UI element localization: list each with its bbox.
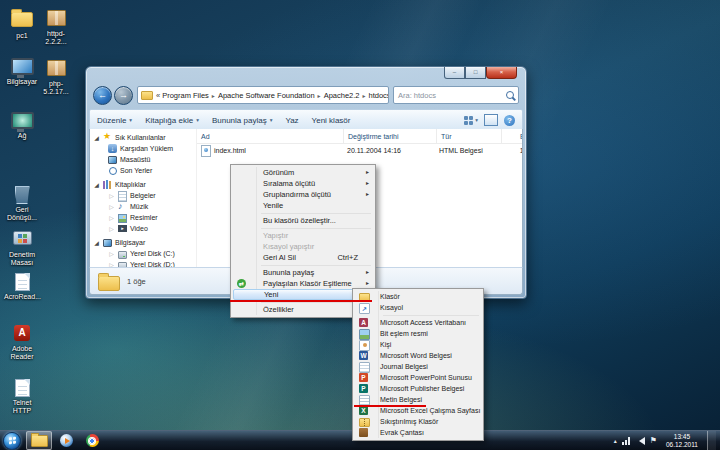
menu-item-bununla-paylas[interactable]: Bununla paylaş (233, 267, 373, 278)
sidebar-item-pictures[interactable]: Resimler (90, 212, 196, 223)
desktop-icon-recycle-bin[interactable]: Geri Dönüşü... (4, 186, 40, 222)
submenu-item-access[interactable]: Microsoft Access Veritabanı (355, 317, 481, 328)
desktop-icon-php[interactable]: php-5.2.17... (38, 58, 74, 96)
maximize-button[interactable]: □ (465, 67, 486, 79)
desktop-icon-bilgisayar[interactable]: Bilgisayar (4, 58, 40, 86)
menu-separator (383, 315, 479, 316)
close-button[interactable]: × (486, 67, 517, 79)
expander-icon[interactable] (108, 250, 115, 257)
forward-button[interactable]: → (114, 86, 133, 105)
menu-item-yenile[interactable]: Yenile (233, 200, 373, 211)
column-header-type[interactable]: Tür (437, 129, 502, 143)
desktop-icon-httpd[interactable]: httpd-2.2.2... (38, 8, 74, 46)
desktop-icon-label: AcroRead... (4, 293, 40, 301)
expander-icon[interactable] (93, 239, 100, 246)
sidebar-label: Belgeler (130, 192, 156, 199)
submenu-item-metin-belgesi[interactable]: Metin Belgesi (355, 394, 481, 405)
menu-item-label: Microsoft Access Veritabanı (380, 319, 466, 326)
minimize-button[interactable]: – (444, 67, 465, 79)
desktop-icon-label: Telnet HTTP (4, 399, 40, 415)
sidebar-item-video[interactable]: Video (90, 223, 196, 234)
menu-item-geri-al-sil[interactable]: Geri Al Sil Ctrl+Z (233, 252, 373, 263)
action-center-flag-icon[interactable]: ⚑ (650, 437, 657, 445)
column-header-size[interactable]: Boyut (502, 129, 523, 143)
expander-icon[interactable] (93, 134, 100, 141)
breadcrumb-segment[interactable]: Program Files (162, 91, 218, 100)
toolbar-kitapliga-ekle[interactable]: Kitaplığa ekle (145, 116, 199, 125)
menu-item-ozellestir[interactable]: Bu klasörü özelleştir... (233, 215, 373, 226)
expander-icon[interactable] (108, 203, 115, 210)
sidebar-label: Kitaplıklar (115, 181, 146, 188)
breadcrumb-segment[interactable]: Apache2.2 (324, 91, 369, 100)
preview-pane-button[interactable] (484, 114, 498, 126)
sidebar-item-disk-c[interactable]: Yerel Disk (C:) (90, 248, 196, 259)
sidebar-item-music[interactable]: Müzik (90, 201, 196, 212)
menu-separator (261, 213, 371, 214)
network-icon (11, 112, 34, 129)
menu-item-gruplandirma[interactable]: Gruplandırma ölçütü (233, 189, 373, 200)
help-icon[interactable]: ? (504, 115, 515, 126)
change-view-button[interactable] (464, 116, 478, 125)
file-row-index-html[interactable]: index.html 20.11.2004 14:16 HTML Belgesi… (197, 144, 523, 157)
expander-icon[interactable] (108, 225, 115, 232)
submenu-item-klasor[interactable]: Klasör (355, 291, 481, 302)
desktop-icon-label: Denetim Masası (4, 251, 40, 267)
sidebar-item-downloads[interactable]: Karşıdan Yüklem (90, 143, 196, 154)
breadcrumb-overflow[interactable]: « (156, 91, 160, 100)
clock-icon (109, 167, 117, 175)
submenu-item-journal[interactable]: Journal Belgesi (355, 361, 481, 372)
toolbar-yeni-klasor[interactable]: Yeni klasör (312, 116, 351, 125)
back-button[interactable]: ← (93, 86, 112, 105)
sidebar-group-computer[interactable]: Bilgisayar (90, 237, 196, 248)
submenu-item-kisayol[interactable]: Kısayol (355, 302, 481, 313)
submenu-item-kisi[interactable]: Kişi (355, 339, 481, 350)
breadcrumb-segment[interactable]: htdocs (369, 91, 389, 100)
submenu-item-evrak-cantasi[interactable]: Evrak Çantası (355, 427, 481, 438)
toolbar-duzenle[interactable]: Düzenle (97, 116, 132, 125)
expander-icon[interactable] (93, 181, 100, 188)
breadcrumb[interactable]: « Program Files Apache Software Foundati… (137, 86, 389, 104)
start-button[interactable] (3, 432, 21, 450)
desktop-icon-ag[interactable]: Ağ (4, 112, 40, 140)
menu-item-gorunum[interactable]: Görünüm (233, 167, 373, 178)
submenu-item-zip[interactable]: Sıkıştırılmış Klasör (355, 416, 481, 427)
excel-icon (359, 406, 368, 415)
column-header-modified[interactable]: Değiştirme tarihi (344, 129, 437, 143)
column-header-name[interactable]: Ad (197, 129, 344, 143)
desktop-icon-label: php-5.2.17... (38, 80, 74, 96)
desktop-icon-acroread[interactable]: AcroRead... (4, 272, 40, 301)
search-input[interactable]: Ara: htdocs (393, 86, 519, 104)
menu-item-siralama[interactable]: Sıralama ölçütü (233, 178, 373, 189)
breadcrumb-segment[interactable]: Apache Software Foundation (218, 91, 324, 100)
expander-icon[interactable] (108, 214, 115, 221)
desktop-icon-pc1[interactable]: pc1 (4, 8, 40, 40)
submenu-item-powerpoint[interactable]: Microsoft PowerPoint Sunusu (355, 372, 481, 383)
expander-icon[interactable] (108, 192, 115, 199)
desktop-icon-control-panel[interactable]: Denetim Masası (4, 228, 40, 267)
sidebar-item-documents[interactable]: Belgeler (90, 190, 196, 201)
taskbar-explorer-button[interactable] (26, 431, 52, 450)
sidebar-group-favorites[interactable]: Sık Kullanılanlar (90, 132, 196, 143)
navigation-bar: ← → « Program Files Apache Software Foun… (93, 84, 519, 106)
network-icon[interactable] (622, 437, 630, 445)
desktop-icon-label: httpd-2.2.2... (38, 30, 74, 46)
sidebar-group-libraries[interactable]: Kitaplıklar (90, 179, 196, 190)
volume-icon[interactable] (635, 437, 645, 445)
submenu-item-publisher[interactable]: Microsoft Publisher Belgesi (355, 383, 481, 394)
sidebar-item-recent[interactable]: Son Yerler (90, 165, 196, 176)
submenu-item-word[interactable]: Microsoft Word Belgesi (355, 350, 481, 361)
show-desktop-button[interactable] (707, 431, 716, 450)
sidebar-label: Bilgisayar (115, 239, 145, 246)
taskbar-browser-button[interactable] (80, 432, 104, 449)
taskbar-clock[interactable]: 13:45 06.12.2011 (662, 433, 702, 449)
menu-item-label: Journal Belgesi (380, 363, 428, 370)
desktop-icon-telnet[interactable]: Telnet HTTP (4, 378, 40, 415)
toolbar-yaz[interactable]: Yaz (285, 116, 298, 125)
access-icon (359, 318, 368, 327)
sidebar-item-desktop[interactable]: Masaüstü (90, 154, 196, 165)
submenu-item-bitmap[interactable]: Bit eşlem resmi (355, 328, 481, 339)
tray-expand-icon[interactable]: ▴ (614, 437, 617, 444)
toolbar-bununla-paylas[interactable]: Bununla paylaş (212, 116, 272, 125)
desktop-icon-adobe-reader[interactable]: Adobe Reader (4, 324, 40, 361)
taskbar-media-player-button[interactable] (54, 432, 78, 449)
